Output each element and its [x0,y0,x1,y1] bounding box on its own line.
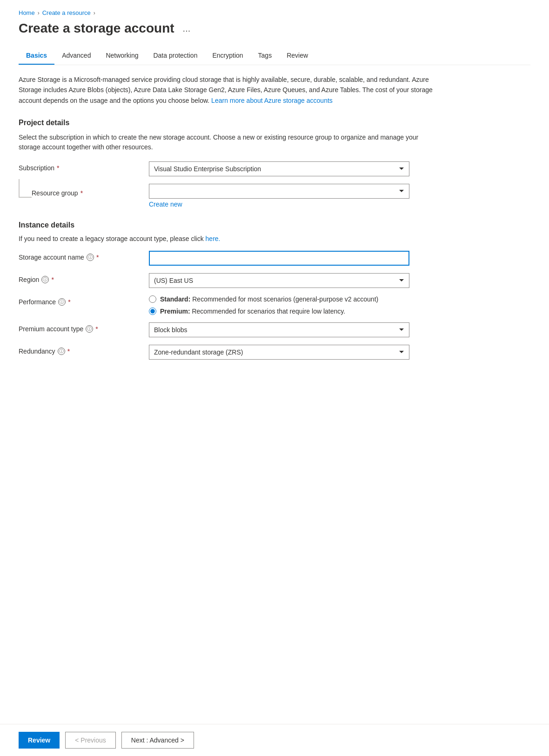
tab-basics[interactable]: Basics [19,47,54,65]
performance-standard-option[interactable]: Standard: Recommended for most scenarios… [149,295,409,303]
region-info-icon: ⓘ [41,276,49,283]
tab-data-protection[interactable]: Data protection [146,47,205,65]
subscription-required: * [57,164,59,172]
premium-account-type-label: Premium account type ⓘ * [19,322,149,333]
subscription-dropdown[interactable]: Visual Studio Enterprise Subscription [149,161,409,176]
breadcrumb-create-resource[interactable]: Create a resource [42,9,91,16]
previous-button[interactable]: < Previous [65,732,116,749]
redundancy-required: * [67,348,70,355]
tab-advanced[interactable]: Advanced [54,47,98,65]
redundancy-dropdown[interactable]: Zone-redundant storage (ZRS) [149,345,409,360]
storage-account-name-control [149,251,409,266]
project-details-heading: Project details [19,119,530,127]
tab-tags[interactable]: Tags [251,47,280,65]
learn-more-link[interactable]: Learn more about Azure storage accounts [211,97,333,104]
ellipsis-button[interactable]: ... [180,22,194,35]
resource-group-control: Create new [149,184,409,208]
indent-line [19,179,32,198]
performance-premium-option[interactable]: Premium: Recommended for scenarios that … [149,308,409,315]
premium-account-type-control: Block blobs [149,322,409,337]
breadcrumb-sep-2: › [94,10,95,16]
performance-premium-label: Premium: Recommended for scenarios that … [160,308,345,315]
resource-group-label: Resource group * [32,187,83,197]
redundancy-info-icon: ⓘ [58,348,65,355]
performance-row: Performance ⓘ * Standard: Recommended fo… [19,295,530,315]
instance-details-heading: Instance details [19,221,530,229]
breadcrumb-home[interactable]: Home [19,9,35,16]
premium-account-type-required: * [95,325,98,333]
legacy-link[interactable]: here. [206,235,221,242]
performance-info-icon: ⓘ [58,298,66,306]
bottom-bar: Review < Previous Next : Advanced > [0,724,549,756]
next-button[interactable]: Next : Advanced > [121,732,194,749]
tab-review[interactable]: Review [279,47,315,65]
performance-premium-radio[interactable] [149,308,156,315]
subscription-row: Subscription * Visual Studio Enterprise … [19,161,530,176]
storage-account-name-info-icon: ⓘ [87,254,94,261]
legacy-text: If you need to create a legacy storage a… [19,235,530,242]
premium-account-type-dropdown[interactable]: Block blobs [149,322,409,337]
project-details-description: Select the subscription in which to crea… [19,133,437,152]
region-required: * [51,276,54,283]
storage-account-name-label: Storage account name ⓘ * [19,251,149,261]
storage-account-name-row: Storage account name ⓘ * [19,251,530,266]
resource-group-required: * [80,189,83,197]
page-title: Create a storage account [19,21,174,36]
resource-group-dropdown[interactable] [149,184,409,199]
storage-account-name-input[interactable] [149,251,409,266]
tab-encryption[interactable]: Encryption [205,47,250,65]
premium-account-type-info-icon: ⓘ [86,325,93,333]
create-new-link[interactable]: Create new [149,201,182,208]
redundancy-row: Redundancy ⓘ * Zone-redundant storage (Z… [19,345,530,360]
tab-networking[interactable]: Networking [98,47,146,65]
performance-standard-label: Standard: Recommended for most scenarios… [160,295,378,303]
performance-standard-radio[interactable] [149,295,156,303]
tabs-container: Basics Advanced Networking Data protecti… [19,47,530,65]
performance-control: Standard: Recommended for most scenarios… [149,295,409,315]
premium-account-type-row: Premium account type ⓘ * Block blobs [19,322,530,337]
breadcrumb-sep-1: › [38,10,40,16]
region-dropdown[interactable]: (US) East US [149,273,409,288]
subscription-label: Subscription * [19,161,149,172]
performance-label: Performance ⓘ * [19,295,149,306]
description-text: Azure Storage is a Microsoft-managed ser… [19,74,437,106]
region-row: Region ⓘ * (US) East US [19,273,530,288]
region-label: Region ⓘ * [19,273,149,283]
region-control: (US) East US [149,273,409,288]
subscription-control: Visual Studio Enterprise Subscription [149,161,409,176]
performance-required: * [68,298,70,306]
review-button[interactable]: Review [19,732,60,749]
storage-account-name-required: * [96,254,99,261]
redundancy-control: Zone-redundant storage (ZRS) [149,345,409,360]
redundancy-label: Redundancy ⓘ * [19,345,149,355]
breadcrumb: Home › Create a resource › [19,9,530,16]
